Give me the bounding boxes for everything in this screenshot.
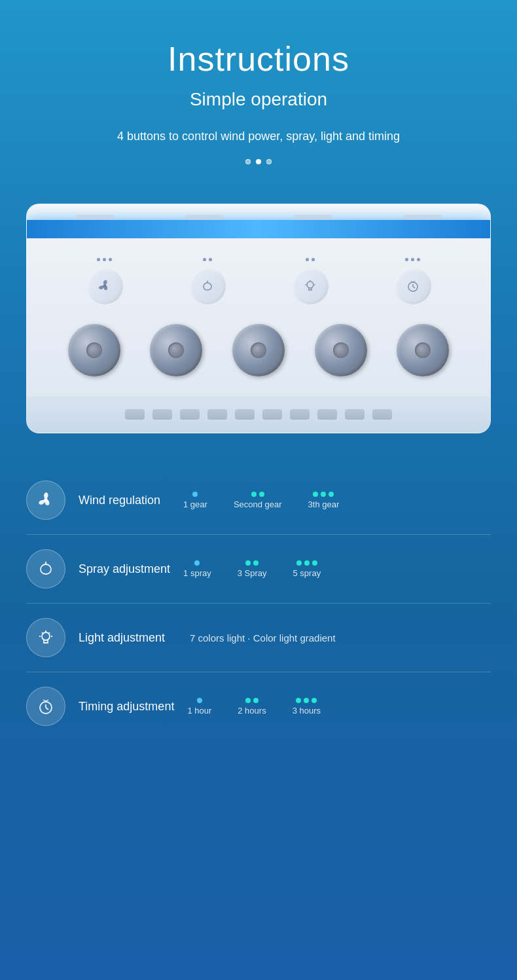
svg-point-8 [44, 498, 48, 502]
nozzle-inner-3 [251, 342, 266, 358]
wind-dot-1 [192, 492, 198, 497]
carousel-dot-3[interactable] [266, 159, 272, 164]
spray-label: Spray adjustment [79, 562, 170, 576]
timing-icon-circle [26, 687, 65, 726]
light-icon-circle [26, 618, 65, 657]
wind-gear-2-dots [251, 492, 264, 497]
svg-point-0 [103, 285, 106, 288]
nozzle-2 [150, 324, 202, 376]
wind-regulation-row: Wind regulation 1 gear Second gear [26, 466, 491, 535]
timing-dot-3a [296, 698, 301, 703]
wind-dot-2b [259, 492, 264, 497]
spray-3-label: 3 Spray [238, 568, 267, 578]
carousel-dot-1[interactable] [245, 159, 251, 164]
wind-gear-1-label: 1 gear [183, 499, 207, 509]
spray-dot-2b [253, 560, 258, 566]
bottom-vent-10 [372, 409, 392, 420]
timer-dot-3 [417, 258, 420, 261]
wind-label: Wind regulation [79, 494, 170, 507]
light-control [292, 258, 329, 304]
spray-dot-1 [203, 258, 206, 261]
spray-nozzles-row [53, 318, 464, 383]
wind-indicators: 1 gear Second gear 3th gear [183, 492, 491, 509]
timing-dot-3c [312, 698, 317, 703]
blue-light-strip [27, 220, 490, 238]
wind-gear-1-dots [192, 492, 198, 497]
light-dot-1 [306, 258, 309, 261]
timer-icon[interactable] [395, 268, 431, 304]
wind-gear-3-dots [313, 492, 334, 497]
carousel-dots [26, 159, 491, 164]
bottom-vent-8 [317, 409, 337, 420]
spray-3: 3 Spray [238, 560, 267, 578]
nozzle-5 [397, 324, 449, 376]
light-adjustment-row: Light adjustment 7 colors light · Color … [26, 604, 491, 672]
control-buttons-row [53, 258, 464, 304]
timing-3h-label: 3 hours [293, 706, 321, 716]
header-section: Instructions Simple operation 4 buttons … [0, 0, 517, 197]
timing-2h-dots [245, 698, 258, 703]
wind-dot-2a [251, 492, 257, 497]
spray-indicators: 1 spray 3 Spray 5 spray [183, 560, 491, 578]
bottom-vent-3 [180, 409, 200, 420]
description-text: 4 buttons to control wind power, spray, … [26, 130, 491, 143]
bottom-vent-5 [235, 409, 255, 420]
main-title: Instructions [26, 39, 491, 79]
device-top [27, 204, 490, 220]
nozzle-inner-4 [333, 342, 349, 358]
carousel-dot-2[interactable] [256, 159, 261, 164]
device-image [26, 204, 491, 433]
timing-dot-1 [197, 698, 202, 703]
svg-point-1 [307, 281, 313, 288]
light-dot-2 [312, 258, 315, 261]
svg-point-9 [42, 632, 50, 640]
wind-icon-circle [26, 481, 65, 520]
bottom-vent-9 [345, 409, 365, 420]
timing-dot-2b [253, 698, 258, 703]
spray-dot-2a [245, 560, 251, 566]
svg-line-14 [49, 632, 50, 634]
fan-dot-3 [109, 258, 112, 261]
fan-icon[interactable] [86, 268, 123, 304]
spray-3-dots [245, 560, 258, 566]
spray-dot-1 [194, 560, 200, 566]
fan-control [86, 258, 123, 304]
control-panel [27, 238, 490, 396]
wind-gear-3-label: 3th gear [308, 499, 340, 509]
wind-gear-2-label: Second gear [234, 499, 282, 509]
svg-line-13 [42, 632, 43, 634]
fan-dot-1 [97, 258, 100, 261]
timing-1h-dots [197, 698, 202, 703]
timing-3h-dots [296, 698, 317, 703]
spray-icon-circle [26, 549, 65, 589]
timing-indicators: 1 hour 2 hours 3 hours [187, 698, 491, 716]
wind-gear-3: 3th gear [308, 492, 340, 509]
nozzle-4 [315, 324, 367, 376]
svg-line-17 [46, 708, 48, 710]
light-label: Light adjustment [79, 631, 170, 645]
wind-dot-3c [329, 492, 334, 497]
timer-control [395, 258, 431, 304]
light-dots [306, 258, 315, 261]
light-icon[interactable] [292, 268, 329, 304]
nozzle-3 [232, 324, 285, 376]
spray-control [189, 258, 226, 304]
timing-1h: 1 hour [187, 698, 211, 716]
device-bottom [27, 396, 490, 433]
spray-dot-3c [312, 560, 317, 566]
wind-gear-1: 1 gear [183, 492, 207, 509]
spray-dot-3b [304, 560, 310, 566]
fan-dots [97, 258, 112, 261]
timing-2h-label: 2 hours [238, 706, 266, 716]
spray-dot-3a [296, 560, 302, 566]
spray-icon[interactable] [189, 268, 226, 304]
spray-5: 5 spray [293, 560, 321, 578]
svg-line-7 [413, 287, 415, 288]
spray-5-dots [296, 560, 317, 566]
device-vent-1 [75, 215, 115, 220]
bottom-vent-1 [125, 409, 145, 420]
timer-dots [405, 258, 420, 261]
spray-dots [203, 258, 212, 261]
nozzle-1 [68, 324, 120, 376]
device-vent-2 [185, 215, 224, 220]
